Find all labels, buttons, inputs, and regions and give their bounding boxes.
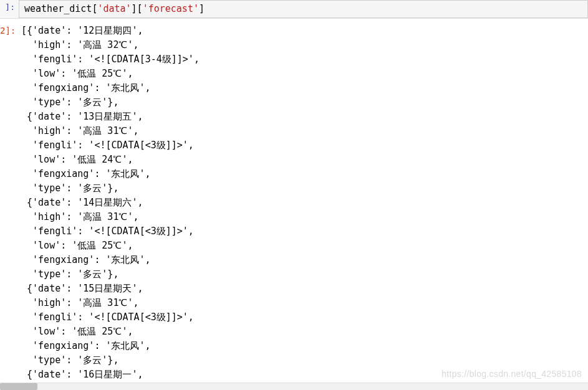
output-prompt: 2]: (0, 24, 19, 390)
code-input-area[interactable]: weather_dict['data']['forecast'] (19, 0, 588, 18)
horizontal-scrollbar[interactable] (0, 383, 588, 390)
code-bracket: ] (199, 3, 205, 14)
watermark-text: https://blog.csdn.net/qq_42585108 (441, 367, 582, 381)
code-string-key: 'forecast' (143, 3, 199, 14)
code-variable: weather_dict (24, 3, 92, 14)
code-string-key: 'data' (97, 3, 131, 14)
code-bracket: ][ (132, 3, 143, 14)
input-prompt: ]: (0, 0, 19, 18)
input-cell: ]: weather_dict['data']['forecast'] (0, 0, 588, 19)
output-cell: 2]: [{'date': '12日星期四', 'high': '高温 32℃'… (0, 19, 588, 390)
scrollbar-thumb[interactable] (0, 383, 37, 390)
output-text: [{'date': '12日星期四', 'high': '高温 32℃', 'f… (19, 24, 588, 390)
